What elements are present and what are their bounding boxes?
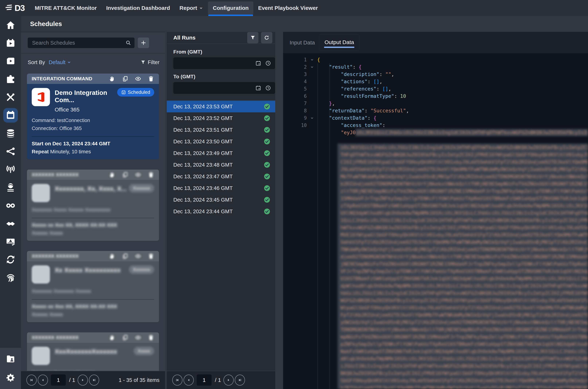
first-page-button[interactable] [172,375,183,386]
sidebar-item-event-scheduler-icon[interactable] [0,34,21,52]
code-token: "description" [341,71,379,78]
delete-icon[interactable] [148,76,154,82]
nav-tab-report[interactable]: Report [175,1,208,15]
sidebar-item-settings-gear-icon[interactable] [0,368,21,387]
card-detail-lines: Command: testConnection Connection: Offi… [32,116,154,132]
sort-by-label: Sort By [28,59,45,65]
card-titles: Xx Xxxxx Xxxxxxxxxx [55,265,121,274]
first-page-button[interactable] [26,375,37,386]
file-cabinet-icon [6,354,15,364]
run-row[interactable]: Dec 13, 2024 23:47 GMT [167,171,275,182]
run-row[interactable]: Dec 13, 2024 23:44 GMT [167,206,275,217]
utility-commands-icon [5,92,16,102]
chevron-down-icon [310,65,314,69]
nav-tab-investigation-dashboard[interactable]: Investigation Dashboard [102,1,175,15]
tab-input-data[interactable]: Input Data [285,39,319,46]
sidebar-item-file-cabinet-icon[interactable] [0,350,21,368]
code-token [317,85,341,93]
sidebar-item-playbook-icon[interactable] [0,52,21,70]
run-row[interactable]: Dec 13, 2024 23:50 GMT [167,136,275,147]
line-number: 6 [283,93,307,100]
schedule-card-blurred[interactable]: XXXXXXX XXXXXXXXx Xxxxx XxxxxxxxxxXxxxxx… [27,251,159,322]
sort-row: Sort By Default Filter [21,54,165,71]
run-row[interactable]: Dec 13, 2024 23:52 GMT [167,112,275,124]
page-number-input[interactable]: 1 [197,374,212,386]
card-top: XxxXxxxxxxXxxxxxxXxxxx [32,347,154,365]
eye-icon[interactable] [135,76,141,82]
check-circle-icon [263,126,270,133]
copy-icon[interactable] [122,76,128,82]
sidebar-item-globe-report-icon[interactable] [0,178,21,196]
sidebar-item-home-icon[interactable] [0,16,21,34]
nav-tab-configuration[interactable]: Configuration [208,1,253,15]
clock-icon [265,60,271,66]
sidebar-item-incident-form-icon[interactable] [0,232,21,250]
fold-chevron-icon[interactable] [307,58,317,62]
schedule-card-active[interactable]: INTEGRATION COMMAND Demo Integration Com… [27,74,159,159]
sort-value-dropdown[interactable]: Default [49,59,71,65]
data-tabs: Input Data Output Data [283,32,588,53]
check-circle-icon [263,185,270,192]
schedule-cards-list: INTEGRATION COMMAND Demo Integration Com… [21,71,165,371]
left-icon-rail [0,16,21,389]
fold-chevron-icon[interactable] [307,116,317,120]
json-output-editor[interactable]: 1{2 "result": {3 "description": "",4 "ac… [283,53,588,389]
code-token: "" [385,71,391,78]
eye-icon [135,253,141,259]
fingerprint-icon [5,272,16,283]
filter-button[interactable]: Filter [141,59,159,65]
prev-page-button[interactable] [184,375,194,386]
code-token: "resultFormatType" [341,93,394,100]
sidebar-item-investigate-icon[interactable] [0,196,21,214]
sidebar-item-listener-icon[interactable] [0,160,21,178]
code-token [317,71,341,78]
nav-tab-event-playbook-viewer[interactable]: Event Playbook Viewer [253,1,323,15]
tab-output-data[interactable]: Output Data [319,34,359,51]
search-row [21,32,165,54]
add-schedule-button[interactable] [138,37,149,48]
from-datetime-input[interactable] [173,57,275,69]
run-row[interactable]: Dec 13, 2024 23:49 GMT [167,147,275,159]
sidebar-item-sync-icon[interactable] [0,250,21,268]
prev-page-button[interactable] [38,375,48,386]
run-row[interactable]: Dec 13, 2024 23:51 GMT [167,124,275,136]
fold-chevron-icon[interactable] [307,65,317,69]
schedule-card-blurred[interactable]: XXXXXXX XXXXXXXXxxXxxxxxxXxxxxxxXxxxxXxx… [27,332,159,371]
app-icon [32,184,50,202]
run-row[interactable]: Dec 13, 2024 23:53 GMT [167,101,275,112]
sidebar-item-connections-icon[interactable] [0,142,21,160]
runs-refresh-button[interactable] [261,32,272,43]
sidebar-item-utility-commands-icon[interactable] [0,88,21,106]
card-body: Demo Integration Com... Office 365 Sched… [27,84,159,159]
code-token: : [368,114,373,122]
runs-filter-button[interactable] [247,32,258,43]
run-row[interactable]: Dec 13, 2024 23:46 GMT [167,182,275,194]
search-icon[interactable] [125,40,131,46]
sidebar-item-datasets-icon[interactable] [0,124,21,142]
calendar-icon [255,60,261,66]
last-page-button[interactable] [235,375,245,386]
run-row[interactable]: Dec 13, 2024 23:48 GMT [167,159,275,171]
code-token [317,63,329,71]
run-row[interactable]: Dec 13, 2024 23:45 GMT [167,194,275,206]
next-page-button[interactable] [223,375,234,386]
card-action-icons [109,172,154,178]
last-page-button[interactable] [89,375,99,386]
start-line: Xxxxx xx Xxx XX, XXXX XX:XX XXX [32,222,154,228]
to-datetime-input[interactable] [173,82,275,94]
search-input[interactable] [28,37,135,48]
next-page-button[interactable] [78,375,88,386]
page-number-input[interactable]: 1 [51,374,66,386]
chevron-down-icon [310,58,314,62]
items-count-label: 1 - 35 of 35 items [119,377,159,383]
sidebar-item-integrations-icon[interactable] [0,70,21,88]
nav-tab-mitre-att-ck-monitor[interactable]: MITRE ATT&CK Monitor [30,1,102,15]
sidebar-item-fingerprint-icon[interactable] [0,268,21,287]
schedule-title: Xxxxxxxx, Xx, Xxxx, X... [55,185,127,192]
sidebar-item-schedules-calendar-icon[interactable] [0,106,21,124]
schedule-card-blurred[interactable]: XXXXXXX XXXXXXXXxxxxxxx, Xx, Xxxx, X...X… [27,169,159,241]
check-circle-icon [263,161,270,168]
line-number: 1 [283,56,307,63]
hand-icon[interactable] [109,76,115,82]
sidebar-item-handshake-icon[interactable] [0,214,21,232]
